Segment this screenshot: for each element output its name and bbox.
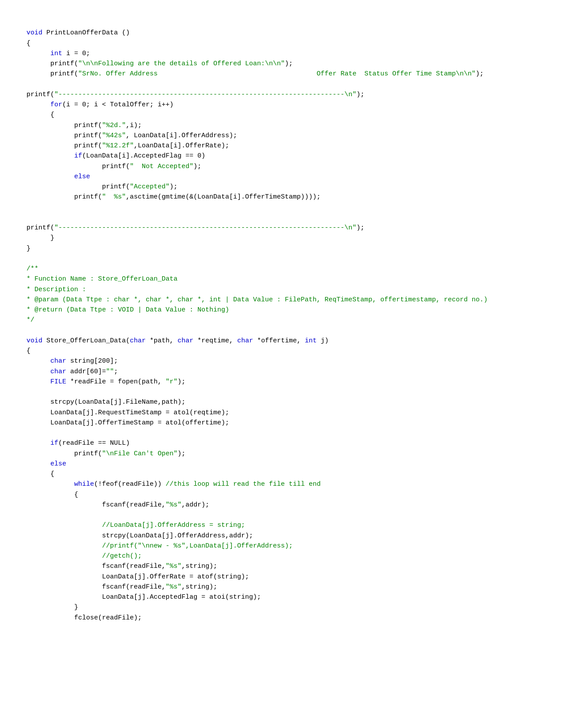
keyword-if-2: if	[50, 439, 58, 447]
keyword-int: int	[50, 50, 62, 57]
comment-loandata-1: //LoanData[j].OfferAddress = string;	[102, 522, 245, 529]
comment-getch: //getch();	[102, 552, 142, 560]
keyword-void-2: void	[26, 337, 42, 345]
keyword-char-2: char	[178, 337, 193, 345]
comment-block: /** * Function Name : Store_OfferLoan_Da…	[26, 265, 487, 324]
string-15: "%s"	[166, 563, 181, 570]
code-block: void PrintLoanOfferData () { int i = 0; …	[26, 18, 537, 633]
string-4: "%2d."	[102, 122, 126, 129]
string-8: "Accepted"	[130, 183, 170, 191]
string-3: "---------------------------------------…	[54, 91, 356, 98]
keyword-void: void	[26, 29, 42, 37]
keyword-else-1: else	[74, 173, 90, 180]
keyword-while: while	[74, 480, 94, 488]
string-5: "%42s"	[102, 132, 126, 139]
string-13: "\nFile Can't Open"	[102, 450, 178, 458]
keyword-else-2: else	[50, 460, 66, 468]
keyword-char-5: char	[50, 368, 66, 375]
string-12: "r"	[166, 378, 178, 386]
string-6: "%12.2f"	[102, 142, 134, 150]
string-14: "%s"	[166, 501, 181, 509]
comment-loandata-2: //printf("\nnew - %s",LoanData[j].OfferA…	[102, 542, 293, 550]
string-11: ""	[106, 368, 114, 375]
keyword-char-4: char	[50, 357, 66, 365]
keyword-for: for	[50, 101, 62, 109]
keyword-char-3: char	[237, 337, 253, 345]
string-10: "---------------------------------------…	[54, 224, 356, 232]
string-1: "\n\nFollowing are the details of Offere…	[78, 60, 285, 68]
string-16: "%s"	[166, 583, 181, 591]
comment-loop: //this loop will read the file till end	[166, 480, 321, 488]
string-2: "SrNo. Offer Address Offer Rate Status O…	[78, 70, 476, 78]
keyword-int-2: int	[305, 337, 317, 345]
keyword-if-1: if	[74, 152, 82, 160]
keyword-FILE: FILE	[50, 378, 66, 386]
string-7: " Not Accepted"	[130, 163, 193, 170]
string-9: " %s"	[102, 193, 126, 201]
keyword-char-1: char	[130, 337, 146, 345]
